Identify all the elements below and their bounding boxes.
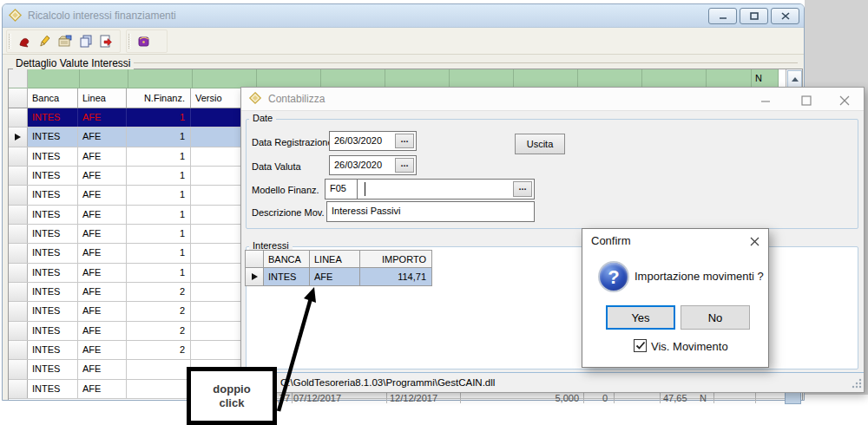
maximize-button[interactable] <box>740 8 768 24</box>
cell-linea[interactable]: AFE <box>78 360 127 378</box>
data-registrazione-picker-button[interactable]: ... <box>395 134 414 148</box>
data-valuta-picker-button[interactable]: ... <box>395 158 414 173</box>
cell-linea[interactable]: AFE <box>78 186 127 204</box>
cell-linea[interactable]: AFE <box>78 322 127 340</box>
cell-nfinanz[interactable]: 1 <box>127 186 191 204</box>
modello-finanz-lookup-button[interactable]: ... <box>513 181 532 197</box>
edit-pencil-icon[interactable] <box>35 31 56 52</box>
row-header-cell[interactable] <box>9 283 28 301</box>
properties-icon[interactable] <box>55 31 76 52</box>
cell-nfinanz[interactable] <box>127 360 191 378</box>
yes-button[interactable]: Yes <box>606 305 675 330</box>
cell-linea[interactable]: AFE <box>78 302 127 320</box>
row-header-cell[interactable] <box>9 206 28 224</box>
scrollbar-thumb-fragment[interactable] <box>785 392 801 404</box>
main-titlebar[interactable]: Ricalcolo interessi finanziamenti <box>3 4 804 28</box>
row-header-cell[interactable] <box>9 167 28 185</box>
cell-banca[interactable]: INTES <box>28 322 78 340</box>
row-header-cell[interactable] <box>9 147 28 166</box>
cell-linea[interactable]: AFE <box>78 206 127 224</box>
uscita-button[interactable]: Uscita <box>515 134 565 154</box>
row-header-cell[interactable] <box>9 360 28 378</box>
cell-banca[interactable]: INTES <box>28 360 78 378</box>
cell-linea[interactable]: AFE <box>78 264 127 282</box>
row-header-cell[interactable] <box>9 322 28 340</box>
cell-banca[interactable]: INTES <box>28 167 78 185</box>
dialog-close-button[interactable] <box>838 93 852 107</box>
scroll-up-button[interactable] <box>787 70 802 88</box>
cell-linea[interactable]: AFE <box>78 225 127 243</box>
cell-linea[interactable]: AFE <box>78 341 127 359</box>
help-book-icon[interactable] <box>134 31 155 52</box>
cell-banca[interactable]: INTES <box>28 128 78 146</box>
interessi-row-header[interactable] <box>245 268 264 286</box>
data-valuta-field[interactable]: 26/03/2020 ... <box>329 155 417 175</box>
cell-linea[interactable]: AFE <box>78 108 127 127</box>
cell-nfinanz[interactable]: 2 <box>127 341 191 359</box>
dialog-maximize-button[interactable] <box>799 93 813 107</box>
cell-banca[interactable]: INTES <box>28 302 78 320</box>
column-header-banca[interactable]: Banca <box>28 88 78 108</box>
row-header-cell[interactable] <box>9 186 28 204</box>
descrizione-mov-field[interactable]: Interessi Passivi <box>326 201 535 222</box>
cell-banca[interactable]: INTES <box>28 380 78 398</box>
cell-nfinanz[interactable]: 1 <box>127 147 191 166</box>
cell-linea[interactable]: AFE <box>78 244 127 262</box>
export-icon[interactable] <box>95 31 116 52</box>
cell-nfinanz[interactable]: 1 <box>127 206 191 224</box>
toolbar-grip[interactable] <box>9 34 11 49</box>
cell-banca[interactable]: INTES <box>28 283 78 301</box>
delete-icon[interactable] <box>14 31 35 52</box>
row-header-cell[interactable] <box>9 225 28 243</box>
copy-icon[interactable] <box>76 31 96 52</box>
minimize-button[interactable] <box>708 8 737 24</box>
row-header-cell[interactable] <box>9 341 28 359</box>
cell-banca[interactable]: INTES <box>28 341 78 359</box>
cell-nfinanz[interactable]: 2 <box>127 302 191 320</box>
cell-nfinanz[interactable]: 1 <box>127 264 191 282</box>
column-header-linea[interactable]: Linea <box>78 88 127 108</box>
dialog-minimize-button[interactable] <box>759 93 773 107</box>
cell-banca[interactable]: INTES <box>28 264 78 282</box>
cell-banca[interactable]: INTES <box>28 206 78 224</box>
vis-movimento-checkbox[interactable] <box>634 339 647 352</box>
cell-banca[interactable]: INTES <box>28 244 78 262</box>
no-button[interactable]: No <box>681 305 750 330</box>
cell-nfinanz[interactable]: 1 <box>127 225 191 243</box>
cell-banca[interactable]: INTES <box>28 147 78 166</box>
interessi-header-linea[interactable]: LINEA <box>310 250 360 268</box>
row-header-cell[interactable] <box>9 264 28 282</box>
row-header-cell[interactable] <box>9 244 28 262</box>
interessi-cell-banca[interactable]: INTES <box>264 268 310 286</box>
cell-nfinanz[interactable]: 1 <box>127 128 191 146</box>
cell-linea[interactable]: AFE <box>78 283 127 301</box>
modello-finanz-field[interactable]: F05 ... <box>325 179 535 199</box>
data-registrazione-field[interactable]: 26/03/2020 ... <box>329 131 417 151</box>
confirm-close-icon[interactable] <box>747 234 761 248</box>
interessi-header-importo[interactable]: IMPORTO <box>360 250 432 268</box>
cell-nfinanz[interactable] <box>127 380 191 398</box>
cell-banca[interactable]: INTES <box>28 108 78 127</box>
cell-nfinanz[interactable]: 2 <box>127 322 191 340</box>
cell-linea[interactable]: AFE <box>78 167 127 185</box>
row-header-cell[interactable] <box>9 128 28 146</box>
toolbar-grip[interactable] <box>128 34 131 49</box>
row-header-cell[interactable] <box>9 302 28 320</box>
row-header-cell[interactable] <box>9 380 28 398</box>
interessi-cell-linea[interactable]: AFE <box>310 268 360 286</box>
cell-nfinanz[interactable]: 1 <box>127 167 191 185</box>
cell-nfinanz[interactable]: 1 <box>127 108 191 127</box>
cell-linea[interactable]: AFE <box>78 128 127 146</box>
cell-nfinanz[interactable]: 2 <box>127 283 191 301</box>
resize-grip[interactable] <box>852 378 862 390</box>
cell-linea[interactable]: AFE <box>78 147 127 166</box>
interessi-row[interactable]: INTESAFE114,71 <box>245 268 432 286</box>
cell-linea[interactable]: AFE <box>78 380 127 398</box>
interessi-header-banca[interactable]: BANCA <box>264 250 310 268</box>
cell-banca[interactable]: INTES <box>28 186 78 204</box>
interessi-cell-importo[interactable]: 114,71 <box>360 268 432 286</box>
close-button[interactable] <box>771 8 799 24</box>
column-header-nfinanz[interactable]: N.Finanz. <box>127 88 191 108</box>
cell-nfinanz[interactable]: 1 <box>127 244 191 262</box>
cell-banca[interactable]: INTES <box>28 225 78 243</box>
